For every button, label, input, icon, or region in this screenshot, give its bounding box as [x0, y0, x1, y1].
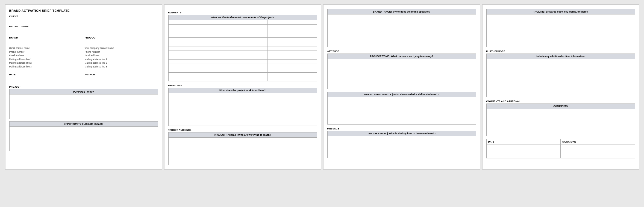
table-cell[interactable] — [218, 20, 267, 25]
table-cell[interactable] — [218, 77, 267, 81]
date-sig-signature-cell[interactable] — [561, 144, 635, 158]
table-cell[interactable] — [267, 29, 317, 33]
table-cell[interactable] — [267, 25, 317, 29]
date-author-row: DATE AUTHOR — [9, 71, 158, 82]
takeaway-content[interactable] — [327, 136, 476, 158]
elements-rows-container — [168, 20, 317, 81]
purpose-content[interactable] — [9, 94, 158, 119]
contact-grid: Client contact name Phone number Email A… — [9, 46, 158, 69]
table-row — [168, 33, 317, 38]
table-cell[interactable] — [267, 46, 317, 51]
table-cell[interactable] — [267, 68, 317, 73]
table-cell[interactable] — [267, 73, 317, 77]
table-cell[interactable] — [169, 20, 218, 25]
table-row — [168, 29, 317, 33]
product-input[interactable] — [85, 40, 158, 44]
table-cell[interactable] — [169, 46, 218, 51]
objective-content[interactable] — [168, 93, 317, 126]
table-cell[interactable] — [169, 77, 218, 81]
brand-personality-section: BRAND PERSONALITY | What characteristics… — [327, 92, 476, 125]
project-label: PROJECT — [9, 85, 158, 88]
date-sig-section: DATE SIGNATURE — [486, 139, 635, 158]
project-name-input[interactable] — [9, 29, 158, 33]
table-row — [168, 20, 317, 25]
table-cell[interactable] — [218, 38, 267, 42]
table-cell[interactable] — [218, 25, 267, 29]
table-cell[interactable] — [218, 46, 267, 51]
table-cell[interactable] — [169, 60, 218, 64]
table-cell[interactable] — [267, 64, 317, 68]
furthermore-content[interactable] — [486, 59, 635, 97]
table-cell[interactable] — [218, 51, 267, 55]
table-cell[interactable] — [267, 20, 317, 25]
table-cell[interactable] — [169, 29, 218, 33]
table-row — [168, 68, 317, 73]
brand-input[interactable] — [9, 40, 83, 44]
table-cell[interactable] — [218, 29, 267, 33]
table-cell[interactable] — [267, 60, 317, 64]
table-cell[interactable] — [169, 51, 218, 55]
page-wrapper: BRAND ACTIVATION BRIEF TEMPLATE CLIENT P… — [5, 4, 639, 170]
table-cell[interactable] — [267, 55, 317, 60]
opportunity-header: OPPORTUNITY | Ultimate Impact? — [9, 121, 158, 127]
panel-title-1: BRAND ACTIVATION BRIEF TEMPLATE — [9, 9, 158, 12]
table-row — [168, 51, 317, 55]
target-content[interactable] — [168, 138, 317, 165]
date-label: DATE — [9, 73, 83, 76]
company-addr3: Mailing address line 3 — [85, 65, 158, 69]
signature-header: SIGNATURE — [561, 139, 635, 144]
takeaway-header: THE TAKEAWAY | What is the key idea to b… — [327, 131, 476, 136]
date-input[interactable] — [9, 77, 83, 81]
comments-header: COMMENTS — [486, 104, 635, 109]
table-cell[interactable] — [218, 68, 267, 73]
panel-4: TAGLINE | prepared copy, key words, or t… — [482, 4, 639, 170]
table-cell[interactable] — [267, 38, 317, 42]
table-cell[interactable] — [218, 60, 267, 64]
table-cell[interactable] — [169, 68, 218, 73]
table-cell[interactable] — [169, 64, 218, 68]
elements-header: What are the fundamental components of t… — [168, 15, 317, 20]
brand-personality-content[interactable] — [327, 97, 476, 125]
target-section: TARGET AUDIENCE PROJECT TARGET | Who are… — [168, 129, 317, 165]
panel-2: ELEMENTS What are the fundamental compon… — [164, 4, 321, 170]
objective-section: OBJECTIVE What does the project work to … — [168, 84, 317, 126]
attitude-content[interactable] — [327, 59, 476, 89]
table-cell[interactable] — [218, 33, 267, 38]
table-cell[interactable] — [267, 42, 317, 46]
client-email: Email Address — [9, 54, 83, 58]
date-header: DATE — [487, 139, 561, 144]
table-cell[interactable] — [267, 51, 317, 55]
table-cell[interactable] — [218, 55, 267, 60]
company-email: Email Address — [85, 54, 158, 58]
table-cell[interactable] — [267, 33, 317, 38]
author-input[interactable] — [85, 77, 158, 81]
table-cell[interactable] — [218, 42, 267, 46]
table-row — [168, 77, 317, 81]
comments-content[interactable] — [486, 109, 635, 136]
company-addr2: Mailing address line 2 — [85, 61, 158, 65]
client-input[interactable] — [9, 19, 158, 23]
brand-target-content[interactable] — [327, 14, 476, 47]
table-cell[interactable] — [169, 55, 218, 60]
message-section: MESSAGE THE TAKEAWAY | What is the key i… — [327, 127, 476, 158]
brand-target-section: BRAND TARGET | Who does the brand speak … — [327, 9, 476, 47]
table-cell[interactable] — [169, 42, 218, 46]
company-contact-name: Your company contact name — [85, 46, 158, 50]
attitude-section: ATTITUDE PROJECT TONE | What traits are … — [327, 50, 476, 89]
table-cell[interactable] — [169, 73, 218, 77]
table-cell[interactable] — [218, 64, 267, 68]
tagline-header: TAGLINE | prepared copy, key words, or t… — [486, 9, 635, 14]
client-phone: Phone number — [9, 50, 83, 54]
table-cell[interactable] — [218, 73, 267, 77]
table-cell[interactable] — [267, 77, 317, 81]
date-sig-date-cell[interactable] — [487, 144, 561, 158]
table-cell[interactable] — [169, 38, 218, 42]
opportunity-content[interactable] — [9, 127, 158, 151]
objective-header: What does the project work to achieve? — [168, 88, 317, 93]
table-cell[interactable] — [169, 33, 218, 38]
table-cell[interactable] — [169, 25, 218, 29]
company-addr1: Mailing address line 1 — [85, 58, 158, 61]
furthermore-subheader: Include any additional critical informat… — [486, 54, 635, 59]
company-phone: Phone number — [85, 50, 158, 54]
tagline-content[interactable] — [486, 14, 635, 47]
